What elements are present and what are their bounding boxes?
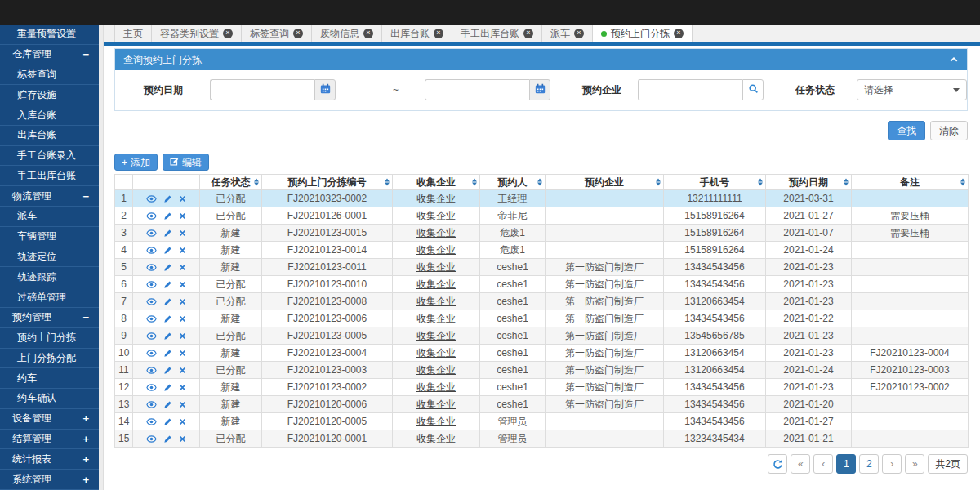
view-row-button[interactable] — [146, 279, 157, 290]
column-header[interactable]: 预约上门分拣编号 — [262, 175, 393, 190]
table-row[interactable]: 2已分配FJ20210126-0001收集企业帝菲尼15158916264202… — [115, 207, 969, 225]
collector-link[interactable]: 收集企业 — [416, 330, 456, 341]
delete-row-button[interactable] — [179, 384, 186, 391]
tab[interactable]: 废物信息× — [312, 24, 382, 42]
sidebar-item[interactable]: 贮存设施 — [0, 85, 99, 105]
view-row-button[interactable] — [146, 399, 157, 410]
sidebar-item[interactable]: 轨迹定位 — [0, 247, 99, 268]
sidebar-item[interactable]: 重量预警设置 — [0, 24, 99, 45]
date-to-calendar-button[interactable] — [529, 79, 550, 100]
delete-row-button[interactable] — [179, 298, 186, 305]
column-header[interactable]: 手机号 — [664, 175, 766, 190]
tab[interactable]: 派车× — [542, 24, 593, 42]
tab[interactable]: 容器类别设置× — [152, 24, 242, 42]
sidebar-group[interactable]: 系统管理+ — [0, 470, 99, 490]
view-row-button[interactable] — [146, 228, 157, 238]
collector-link[interactable]: 收集企业 — [416, 313, 456, 324]
collector-link[interactable]: 收集企业 — [416, 244, 456, 256]
collector-link[interactable]: 收集企业 — [416, 261, 456, 273]
sort-icon[interactable] — [844, 179, 849, 186]
table-row[interactable]: 15已分配FJ20210120-0001收集企业管理员1323434543420… — [115, 430, 969, 448]
sidebar-group[interactable]: 设备管理+ — [0, 409, 99, 430]
search-panel-header[interactable]: 查询预约上门分拣 — [115, 49, 967, 70]
column-header[interactable]: 收集企业 — [393, 175, 480, 190]
sort-icon[interactable] — [385, 179, 390, 186]
collector-link[interactable]: 收集企业 — [416, 227, 456, 238]
table-row[interactable]: 7已分配FJ20210123-0008收集企业ceshe1第一防盗门制造厂131… — [115, 293, 969, 310]
edit-row-button[interactable] — [163, 314, 172, 323]
sidebar-item[interactable]: 约车 — [0, 368, 99, 389]
table-row[interactable]: 1已分配FJ20210323-0002收集企业王经理13211111111202… — [115, 190, 969, 207]
table-row[interactable]: 6已分配FJ20210123-0010收集企业ceshe1第一防盗门制造厂134… — [115, 276, 969, 293]
add-button[interactable]: + 添加 — [114, 154, 158, 171]
sidebar-item[interactable]: 出库台账 — [0, 126, 99, 146]
sort-icon[interactable] — [656, 179, 661, 186]
tab[interactable]: 预约上门分拣× — [593, 24, 693, 42]
close-icon[interactable]: × — [574, 29, 584, 38]
delete-row-button[interactable] — [179, 264, 186, 271]
clear-button[interactable]: 清除 — [930, 121, 968, 140]
delete-row-button[interactable] — [179, 367, 186, 374]
close-icon[interactable]: × — [523, 29, 533, 38]
sort-icon[interactable] — [472, 179, 477, 186]
collector-link[interactable]: 收集企业 — [416, 381, 456, 393]
sidebar-group[interactable]: 物流管理− — [0, 186, 99, 207]
search-button[interactable]: 查找 — [888, 121, 925, 140]
tab[interactable]: 出库台账× — [382, 24, 452, 42]
column-header[interactable]: 预约企业 — [546, 175, 664, 190]
view-row-button[interactable] — [146, 348, 157, 359]
edit-row-button[interactable] — [163, 280, 172, 289]
table-row[interactable]: 14新建FJ20210120-0005收集企业管理员13434543456202… — [115, 413, 969, 430]
view-row-button[interactable] — [146, 296, 157, 307]
edit-row-button[interactable] — [163, 246, 172, 255]
collector-link[interactable]: 收集企业 — [416, 347, 456, 359]
next-page-button[interactable]: › — [882, 454, 902, 474]
sort-icon[interactable] — [758, 179, 763, 186]
sidebar-group[interactable]: 预约管理− — [0, 308, 99, 328]
tab[interactable]: 主页 — [114, 24, 152, 42]
sort-icon[interactable] — [960, 179, 965, 186]
date-from-input[interactable] — [210, 79, 314, 100]
table-row[interactable]: 9已分配FJ20210123-0005收集企业ceshe1第一防盗门制造厂135… — [115, 327, 969, 345]
table-row[interactable]: 11已分配FJ20210123-0003收集企业ceshe1第一防盗门制造厂13… — [115, 362, 969, 379]
edit-button[interactable]: 编辑 — [163, 154, 209, 171]
delete-row-button[interactable] — [179, 212, 186, 220]
delete-row-button[interactable] — [179, 315, 186, 323]
sidebar-item[interactable]: 车辆管理 — [0, 227, 99, 247]
delete-row-button[interactable] — [179, 401, 186, 408]
edit-row-button[interactable] — [163, 434, 172, 443]
close-icon[interactable]: × — [223, 29, 233, 38]
collector-link[interactable]: 收集企业 — [416, 296, 456, 307]
delete-row-button[interactable] — [179, 281, 186, 288]
collector-link[interactable]: 收集企业 — [416, 416, 456, 427]
table-row[interactable]: 3新建FJ20210123-0015收集企业危废1151589162642021… — [115, 225, 969, 242]
refresh-button[interactable] — [768, 454, 787, 474]
column-header[interactable]: 备注 — [852, 175, 969, 190]
edit-row-button[interactable] — [163, 297, 172, 306]
company-input[interactable] — [638, 79, 742, 100]
edit-row-button[interactable] — [163, 194, 172, 203]
edit-row-button[interactable] — [163, 383, 172, 392]
edit-row-button[interactable] — [163, 263, 172, 272]
delete-row-button[interactable] — [179, 229, 186, 237]
delete-row-button[interactable] — [179, 332, 186, 340]
view-row-button[interactable] — [146, 434, 157, 444]
view-row-button[interactable] — [146, 262, 157, 273]
delete-row-button[interactable] — [179, 418, 186, 425]
table-row[interactable]: 5新建FJ20210123-0011收集企业ceshe1第一防盗门制造厂1343… — [115, 259, 969, 276]
first-page-button[interactable]: « — [791, 454, 810, 474]
view-row-button[interactable] — [146, 194, 157, 204]
sidebar-item[interactable]: 标签查询 — [0, 65, 99, 86]
edit-row-button[interactable] — [163, 417, 172, 426]
last-page-button[interactable]: » — [905, 454, 924, 474]
prev-page-button[interactable]: ‹ — [813, 454, 833, 474]
date-to-input[interactable] — [425, 79, 529, 100]
edit-row-button[interactable] — [163, 332, 172, 341]
collector-link[interactable]: 收集企业 — [416, 193, 456, 204]
sort-icon[interactable] — [254, 179, 259, 186]
page-button[interactable]: 1 — [836, 454, 856, 474]
collector-link[interactable]: 收集企业 — [416, 278, 456, 290]
view-row-button[interactable] — [146, 382, 157, 393]
collector-link[interactable]: 收集企业 — [416, 210, 456, 221]
tab[interactable]: 标签查询× — [242, 24, 312, 42]
